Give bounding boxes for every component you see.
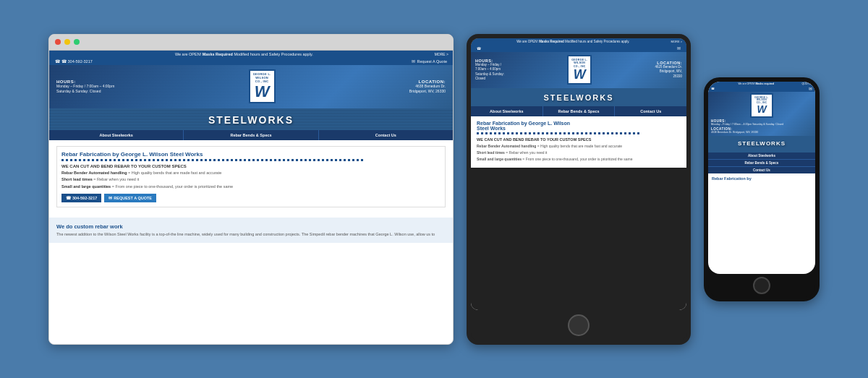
phone-btn-icon: ☎ [66, 196, 71, 200]
email-icon: ✉ [412, 59, 415, 64]
desktop-btn-group: ☎ 304-592-3217 ✉ REQUEST A QUOTE [61, 194, 441, 202]
desktop-alert-bar: We are OPEN! Masks Required Modified hou… [49, 51, 453, 58]
t-feature-1: Rebar Bender Automated handling = High q… [477, 144, 681, 149]
p-email-icon: ✉ [809, 87, 812, 91]
tablet-header: HOURS: Monday – Friday /7:00am – 4:00pmS… [471, 52, 686, 88]
alert-suffix: Modified hours and Safety Procedures app… [234, 52, 312, 56]
t-nav-rebar[interactable]: Rebar Bends & Specs [543, 106, 616, 116]
tablet-steelworks-title: STEELWORKS [471, 90, 686, 106]
quote-button[interactable]: ✉ REQUEST A QUOTE [104, 194, 156, 202]
feature-3-bold: Small and large quantities [61, 184, 111, 189]
nav-contact[interactable]: Contact Us [319, 130, 453, 140]
phone-nav: About Steelworks Rebar Bends & Specs Con… [708, 153, 815, 173]
p-main-heading: Rebar Fabrication by [712, 176, 812, 181]
tablet-location: LOCATION: 4625 Benedum Dr.Bridgeport, WV… [655, 61, 682, 79]
t-feature-2-text: = Rebar when you need it [505, 150, 548, 155]
tablet-quote-btn[interactable]: ✉ [677, 46, 681, 51]
phone-home-button[interactable] [753, 277, 770, 294]
tablet-logo: GEORGE L. WILSON CO., INC W [567, 55, 592, 85]
t-zigzag [477, 132, 640, 134]
desktop-top-bar: ☎ ☎ 304-592-3217 ✉ Request A Quote [49, 58, 453, 65]
phone-phone-btn[interactable]: ☎ [711, 87, 715, 90]
phone-screen: We are OPEN! Masks required QUOTE > ☎ ✉ [708, 82, 815, 274]
custom-rebar-heading: We do custom rebar work [56, 223, 446, 230]
tablet-hero: STEELWORKS [471, 88, 686, 106]
tablet-phone[interactable]: ☎ [477, 46, 481, 51]
desktop-main: Rebar Fabrication by George L. Wilson St… [49, 140, 453, 218]
phone-steelworks-title: STEELWORKS [708, 137, 815, 151]
logo-w: W [253, 84, 271, 100]
phone-number: ☎ 304-592-3217 [61, 59, 93, 64]
browser-content: We are OPEN! Masks Required Modified hou… [49, 51, 453, 344]
tablet-more-link[interactable]: MORE > [671, 40, 682, 43]
p-nav-contact[interactable]: Contact Us [708, 167, 815, 173]
desktop-alert-text: We are OPEN! Masks Required Modified hou… [54, 52, 435, 56]
phone-hours: HOURS: Monday – Friday / 7:00am – 4:00pm… [711, 119, 812, 134]
alert-bold: Masks Required [203, 52, 233, 56]
browser-dot-yellow [64, 39, 70, 45]
desktop-logo: GEORGE L. WILSON CO., INC W [249, 69, 276, 103]
quote-btn-label: REQUEST A QUOTE [114, 196, 152, 200]
tablet-top-bar: ☎ ✉ [471, 45, 686, 52]
main-subheading: WE CAN CUT AND BEND REBAR TO YOUR CUSTOM… [61, 164, 441, 168]
browser-dot-green [74, 39, 80, 45]
t-feature-3-text: = From one piece to one-thousand, your o… [522, 157, 633, 161]
logo-box: GEORGE L. WILSON CO., INC W [249, 69, 276, 103]
location-detail: 4638 Benedum Dr.Bridgeport, WV, 26330 [409, 84, 446, 94]
t-nav-about[interactable]: About Steelworks [471, 106, 543, 116]
t-nav-contact[interactable]: Contact Us [615, 106, 686, 116]
phone-button[interactable]: ☎ 304-592-3217 [61, 194, 101, 202]
phone-more-link[interactable]: QUOTE > [802, 82, 813, 85]
phone-quote-btn[interactable]: ✉ [809, 87, 812, 91]
desktop-location: LOCATION: 4638 Benedum Dr.Bridgeport, WV… [409, 80, 446, 94]
t-feature-1-text: = High quality bends that are made fast … [536, 144, 622, 148]
t-alert-bold: Masks Required [539, 40, 564, 43]
t-logo-box: GEORGE L. WILSON CO., INC W [567, 55, 592, 85]
phone-logo: GEORGE L.WILSONCO., INC W [750, 93, 773, 119]
p-alert-prefix: We are OPEN! [738, 82, 754, 85]
p-logo-box: GEORGE L.WILSONCO., INC W [750, 93, 773, 119]
desktop-hero: STEELWORKS [49, 108, 453, 130]
desktop-content-box: Rebar Fabrication by George L. Wilson St… [56, 146, 446, 207]
desktop-hours: HOURS: Monday – Friday / 7:00am – 4:00pm… [56, 80, 114, 94]
p-nav-rebar[interactable]: Rebar Bends & Specs [708, 160, 815, 167]
p-alert-bold: Masks required [755, 82, 774, 85]
feature-1-bold: Rebar Bender Automated handling [61, 171, 127, 175]
phone-site: We are OPEN! Masks required QUOTE > ☎ ✉ [708, 82, 815, 185]
browser-dot-red [55, 39, 61, 45]
main-heading: Rebar Fabrication by George L. Wilson St… [61, 151, 441, 158]
p-nav-about[interactable]: About Steelworks [708, 153, 815, 160]
nav-rebar[interactable]: Rebar Bends & Specs [184, 130, 318, 140]
nav-about[interactable]: About Steelworks [49, 130, 184, 140]
t-logo-w: W [571, 68, 587, 81]
t-alert-prefix: We are OPEN! [516, 40, 538, 43]
phone-header: GEORGE L.WILSONCO., INC W HOURS: Monday … [708, 92, 815, 137]
t-alert-suffix: Modified hours and Safety Procedures app… [565, 40, 629, 43]
t-phone-icon: ☎ [477, 46, 481, 51]
t-feature-2: Short lead times = Rebar when you need i… [477, 150, 681, 155]
desktop-phone[interactable]: ☎ ☎ 304-592-3217 [55, 59, 93, 64]
tablet-hours: HOURS: Monday – Friday /7:00am – 4:00pmS… [475, 59, 504, 81]
quote-label: Request A Quote [417, 59, 447, 64]
phone-alert-text: We are OPEN! Masks required [710, 82, 802, 85]
t-logo-top: GEORGE L. WILSON CO., INC [571, 59, 587, 68]
t-main-heading: Rebar Fabrication by George L. WilsonSte… [477, 121, 681, 131]
tablet-main: Rebar Fabrication by George L. WilsonSte… [471, 116, 686, 168]
tablet-home-button[interactable] [568, 314, 590, 336]
feature-3: Small and large quantities = From one pi… [61, 184, 441, 190]
feature-1-text: = High quality bends that are made fast … [127, 171, 222, 175]
phone-top-bar: ☎ ✉ [708, 86, 815, 92]
feature-2-bold: Short lead times [61, 177, 93, 181]
t-steelworks-h1: STEELWORKS [471, 93, 686, 102]
hours-detail: Monday – Friday / 7:00am – 4:00pmSaturda… [56, 84, 114, 94]
t-email-icon: ✉ [677, 46, 681, 51]
t-hours-detail: Monday – Friday /7:00am – 4:00pmSaturday… [475, 63, 504, 81]
p-location-detail: 4638 Benedum Dr. Bridgeport, WV, 26330 [711, 131, 812, 134]
desktop-quote-btn[interactable]: ✉ Request A Quote [412, 59, 447, 64]
quote-btn-icon: ✉ [109, 196, 112, 200]
desktop-more-link[interactable]: MORE > [435, 52, 448, 56]
custom-rebar-text: The newest addition to the Wilson Steel … [56, 232, 446, 238]
desktop-mockup: We are OPEN! Masks Required Modified hou… [48, 34, 454, 345]
desktop-site: We are OPEN! Masks Required Modified hou… [49, 51, 453, 344]
phone-icon: ☎ [55, 59, 60, 64]
